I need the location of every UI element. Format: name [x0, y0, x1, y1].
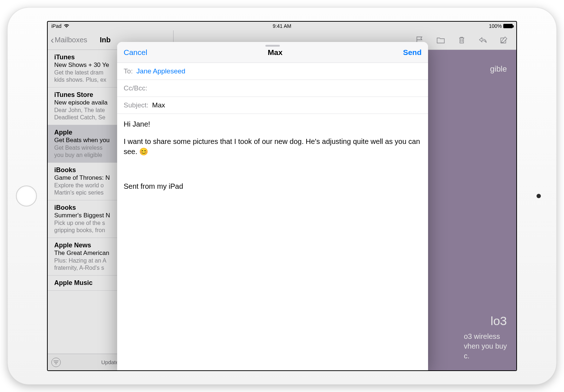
sheet-grab-handle[interactable]: [265, 45, 280, 47]
body-greeting: Hi Jane!: [124, 119, 422, 129]
subject-label: Subject:: [124, 101, 149, 109]
compose-title: Max: [268, 48, 283, 57]
to-field[interactable]: To: Jane Appleseed: [117, 63, 428, 80]
body-main: I want to share some pictures that I too…: [124, 136, 422, 157]
cancel-button[interactable]: Cancel: [124, 48, 147, 57]
subject-value: Max: [152, 101, 165, 109]
home-button[interactable]: [16, 186, 37, 206]
ccbcc-label: Cc/Bcc:: [124, 84, 147, 92]
to-value: Jane Appleseed: [136, 67, 185, 75]
compose-sheet: Cancel Max Send To: Jane Appleseed Cc/Bc…: [117, 42, 428, 370]
send-button[interactable]: Send: [403, 48, 422, 57]
ipad-device-frame: iPad 9:41 AM 100% ‹ Mailboxes I: [7, 7, 557, 385]
compose-fields: To: Jane Appleseed Cc/Bcc: Subject: Max: [117, 63, 428, 114]
ccbcc-field[interactable]: Cc/Bcc:: [117, 80, 428, 97]
front-camera: [537, 194, 541, 198]
body-signature: Sent from my iPad: [124, 181, 422, 191]
subject-field[interactable]: Subject: Max: [117, 97, 428, 114]
compose-body[interactable]: Hi Jane! I want to share some pictures t…: [117, 114, 428, 370]
to-label: To:: [124, 67, 133, 75]
compose-header: Cancel Max Send: [117, 42, 428, 63]
screen: iPad 9:41 AM 100% ‹ Mailboxes I: [47, 21, 517, 371]
